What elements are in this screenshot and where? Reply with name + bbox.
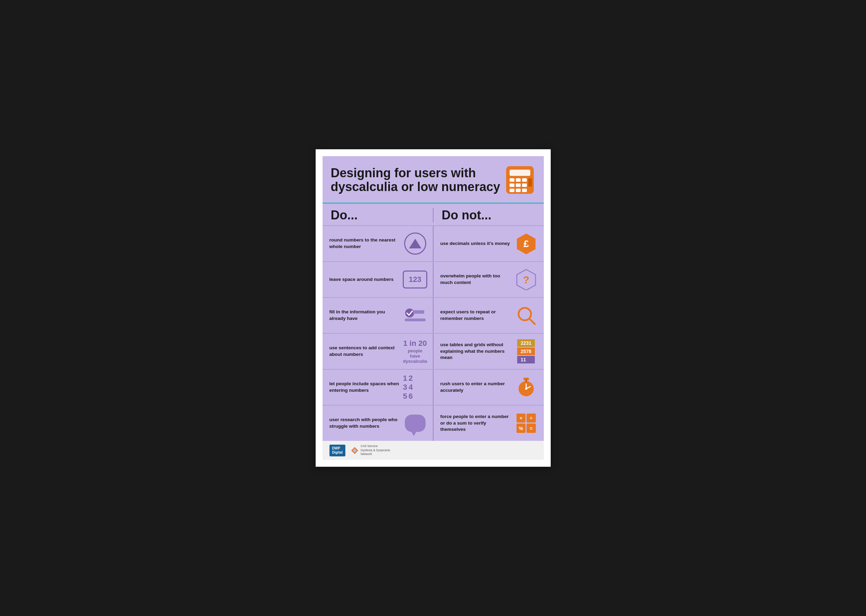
- spaces-example: 12 34 56: [403, 374, 427, 401]
- network-line3: Network: [361, 452, 390, 456]
- do-cell-1: round numbers to the nearest whole numbe…: [323, 226, 433, 261]
- svg-rect-2: [510, 178, 515, 182]
- stat-sub: people have dyscalculia: [403, 348, 427, 364]
- header: Designing for users with dyscalculia or …: [323, 156, 544, 203]
- table-row: fill in the information you already have: [323, 297, 544, 333]
- math-equals: =: [526, 424, 536, 433]
- svg-rect-6: [510, 184, 515, 187]
- donot-text-6: force people to enter a number or do a s…: [441, 413, 514, 433]
- do-cell-4: use sentences to add context about numbe…: [323, 334, 433, 369]
- network-logo: Civil Service Dyslexia & Dyspraxia Netwo…: [351, 444, 390, 456]
- do-cell-5: let people include spaces when entering …: [323, 370, 433, 405]
- svg-rect-3: [516, 178, 521, 182]
- do-text-1: round numbers to the nearest whole numbe…: [329, 237, 403, 250]
- donot-text-3: expect users to repeat or remember numbe…: [441, 309, 514, 322]
- donot-cell-6: force people to enter a number or do a s…: [433, 405, 544, 441]
- content-area: round numbers to the nearest whole numbe…: [323, 225, 544, 441]
- table-grid-icon: 2231 2578 11: [514, 339, 538, 363]
- 123-box-icon: 123: [403, 267, 427, 292]
- donot-text-4: use tables and grids without explaining …: [441, 342, 514, 361]
- donot-cell-1: use decimals unless it's money £: [433, 226, 544, 261]
- table-num-2: 2578: [517, 347, 535, 355]
- donot-text-5: rush users to enter a number accurately: [441, 381, 514, 394]
- donot-column-header: Do not...: [433, 208, 544, 223]
- table-row: leave space around numbers 123 overwhelm…: [323, 261, 544, 297]
- math-grid-icon: + ÷ % =: [514, 411, 538, 435]
- table-row: user research with people who struggle w…: [323, 405, 544, 441]
- svg-rect-5: [528, 178, 532, 187]
- donot-cell-4: use tables and grids without explaining …: [433, 334, 544, 369]
- svg-rect-4: [522, 178, 527, 182]
- do-text-6: user research with people who struggle w…: [329, 416, 403, 430]
- page-title: Designing for users with dyscalculia or …: [331, 166, 504, 193]
- svg-rect-10: [516, 189, 521, 192]
- table-row: let people include spaces when entering …: [323, 369, 544, 405]
- donot-text-1: use decimals unless it's money: [441, 240, 514, 247]
- question-hexagon-icon: ?: [514, 267, 538, 292]
- stat-big: 1 in 20: [403, 339, 427, 348]
- svg-text:?: ?: [523, 274, 529, 285]
- do-cell-3: fill in the information you already have: [323, 298, 433, 333]
- check-pencil-icon: [403, 303, 427, 327]
- donot-text-2: overwhelm people with too much content: [441, 273, 514, 286]
- num-box-display: 123: [403, 270, 427, 289]
- stat-icon: 1 in 20 people have dyscalculia: [403, 339, 427, 363]
- do-cell-2: leave space around numbers 123: [323, 262, 433, 297]
- donot-cell-3: expect users to repeat or remember numbe…: [433, 298, 544, 333]
- svg-line-20: [529, 319, 535, 324]
- do-text-4: use sentences to add context about numbe…: [329, 345, 403, 358]
- svg-text:£: £: [523, 238, 529, 249]
- do-text-3: fill in the information you already have: [329, 309, 403, 322]
- dwp-logo: DWP Digital: [329, 445, 346, 456]
- donot-cell-5: rush users to enter a number accurately: [433, 370, 544, 405]
- do-column-header: Do...: [323, 208, 433, 223]
- donot-cell-2: overwhelm people with too much content ?: [433, 262, 544, 297]
- svg-rect-11: [522, 189, 527, 192]
- table-row: use sentences to add context about numbe…: [323, 333, 544, 369]
- search-icon: [514, 303, 538, 327]
- svg-rect-17: [413, 310, 424, 314]
- math-divide: ÷: [526, 413, 536, 423]
- svg-rect-18: [405, 319, 425, 321]
- do-text-5: let people include spaces when entering …: [329, 381, 403, 394]
- svg-rect-23: [526, 379, 527, 382]
- table-row: round numbers to the nearest whole numbe…: [323, 225, 544, 261]
- pound-hexagon-icon: £: [514, 231, 538, 256]
- arrow-up-icon: [403, 231, 427, 256]
- network-line2: Dyslexia & Dyspraxia: [361, 448, 390, 453]
- svg-point-26: [525, 388, 527, 390]
- spaces-number-icon: 12 34 56: [403, 375, 427, 399]
- svg-rect-8: [522, 184, 527, 187]
- footer: DWP Digital Civil Service Dyslexia & Dys…: [323, 441, 544, 460]
- poster: Designing for users with dyscalculia or …: [316, 149, 551, 467]
- svg-rect-9: [510, 189, 515, 192]
- do-text-2: leave space around numbers: [329, 277, 403, 283]
- network-line1: Civil Service: [361, 444, 390, 448]
- timer-icon: [514, 375, 538, 399]
- svg-rect-1: [510, 170, 530, 176]
- do-cell-6: user research with people who struggle w…: [323, 405, 433, 441]
- math-plus: +: [516, 413, 526, 423]
- table-num-1: 2231: [517, 339, 535, 347]
- math-percent: %: [516, 424, 526, 433]
- svg-rect-7: [516, 184, 521, 187]
- columns-header: Do... Do not...: [323, 204, 544, 225]
- chat-bubble-icon: [403, 411, 427, 435]
- calculator-icon: [504, 165, 535, 196]
- table-num-3: 11: [517, 356, 535, 363]
